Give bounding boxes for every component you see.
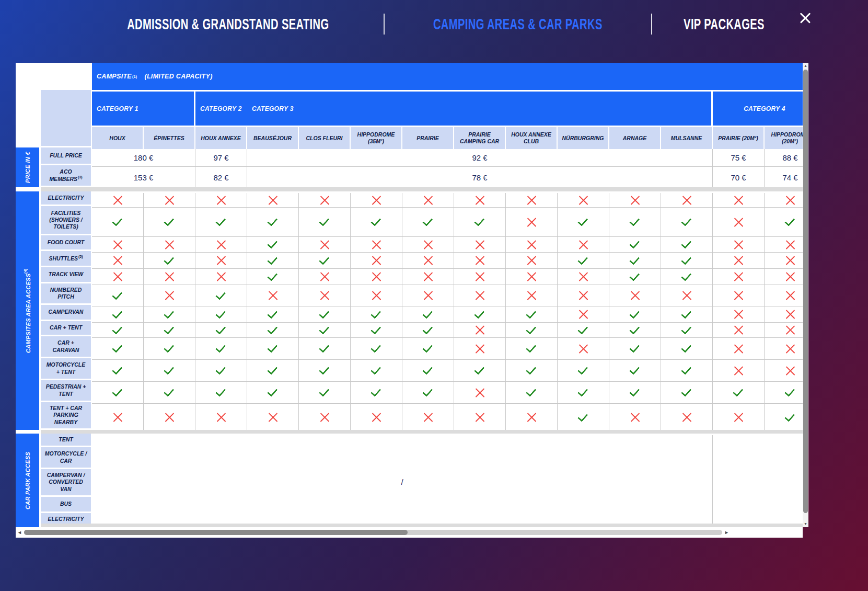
cross-icon	[164, 290, 175, 301]
tab-camping-areas-car-parks[interactable]: CAMPING AREAS & CAR PARKS	[433, 15, 603, 33]
table-row	[92, 193, 803, 208]
cross-icon	[578, 290, 589, 301]
access-cell	[92, 193, 144, 208]
close-icon[interactable]	[798, 10, 813, 25]
check-icon	[164, 308, 174, 319]
access-cell	[454, 306, 506, 323]
cross-icon	[371, 195, 382, 206]
cross-icon	[526, 290, 537, 301]
tab-admission-grandstand-seating[interactable]: ADMISSION & GRANDSTAND SEATING	[127, 15, 329, 33]
access-cell	[609, 285, 661, 306]
access-cell	[661, 269, 713, 285]
scroll-left-icon[interactable]: ◄	[17, 529, 22, 536]
row-label: TENT	[41, 434, 92, 447]
vertical-scrollbar-thumb[interactable]	[803, 70, 808, 513]
check-icon	[164, 342, 174, 353]
cross-icon	[733, 239, 744, 250]
scroll-up-icon[interactable]: ▲	[803, 63, 808, 69]
check-icon	[371, 308, 381, 319]
check-icon	[267, 324, 277, 335]
check-icon	[681, 342, 691, 353]
table-row	[92, 306, 803, 323]
check-icon	[267, 308, 277, 319]
row-label: SHUTTLES(5)	[41, 251, 92, 267]
access-cell	[506, 338, 558, 360]
tab-vip-packages[interactable]: VIP PACKAGES	[684, 15, 765, 33]
horizontal-scrollbar-thumb[interactable]	[24, 530, 408, 535]
tab-divider	[651, 14, 652, 35]
column-header: HIPPODROME (20M²)	[765, 127, 803, 149]
access-cell	[661, 253, 713, 269]
access-cell	[247, 323, 299, 338]
access-cell	[195, 382, 247, 404]
side-label-campsites-access: CAMPSITES AREA ACCESS(4)	[16, 191, 39, 430]
access-cell	[765, 338, 803, 360]
access-cell	[454, 338, 506, 360]
check-icon	[784, 386, 795, 397]
vertical-scrollbar[interactable]: ▲ ▼	[803, 63, 808, 527]
cross-icon	[216, 412, 227, 423]
column-header: CLOS FLEURI	[299, 127, 351, 149]
access-cell	[351, 208, 402, 237]
row-label-column: FULL PRICEACO MEMBERS(3)ELECTRICITYFACIL…	[41, 90, 92, 527]
access-cell	[144, 285, 195, 306]
access-cell	[558, 360, 609, 382]
table-scroll-viewport[interactable]: CAMPSITE(1) (LIMITED CAPACITY) CATEGORY …	[92, 63, 803, 527]
access-cell	[402, 208, 454, 237]
side-label-campsites-text: CAMPSITES AREA ACCESS(4)	[24, 268, 31, 353]
check-icon	[319, 215, 329, 226]
access-cell	[144, 269, 195, 285]
access-cell	[506, 253, 558, 269]
access-cell	[661, 360, 713, 382]
access-cell	[299, 360, 351, 382]
access-cell	[402, 382, 454, 404]
access-cell	[144, 193, 195, 208]
horizontal-scrollbar[interactable]: ◄ ►	[16, 527, 803, 538]
access-cell	[661, 237, 713, 253]
access-cell	[92, 338, 144, 360]
cross-icon	[268, 195, 279, 206]
access-cell	[506, 237, 558, 253]
access-cell	[195, 338, 247, 360]
access-cell	[351, 323, 402, 338]
check-icon	[267, 238, 277, 249]
access-cell	[765, 360, 803, 382]
access-cell	[247, 269, 299, 285]
row-label: MOTORCYCLE / CAR	[41, 447, 92, 469]
pricing-table: PRICE IN € CAMPSITES AREA ACCESS(4) CAR …	[16, 63, 803, 538]
access-cell	[299, 193, 351, 208]
access-cell	[299, 338, 351, 360]
row-label: NUMBERED PITCH	[41, 283, 92, 305]
access-cell	[558, 237, 609, 253]
access-cell	[144, 253, 195, 269]
access-cell	[351, 404, 402, 431]
column-header: HOUX ANNEXE CLUB	[506, 127, 558, 149]
scroll-right-icon[interactable]: ►	[724, 529, 729, 536]
check-icon	[629, 270, 640, 281]
column-header: ARNAGE	[609, 127, 661, 149]
cross-icon	[630, 195, 641, 206]
check-icon	[319, 254, 329, 265]
column-header: PRAIRIE (20M²)	[713, 127, 765, 149]
side-label-price-text: PRICE IN €	[25, 152, 31, 183]
access-cell	[92, 269, 144, 285]
price-cell: 180 €	[92, 149, 195, 167]
access-cell	[506, 404, 558, 431]
access-cell	[713, 285, 765, 306]
access-cell	[402, 306, 454, 323]
access-cell	[661, 285, 713, 306]
table-row	[92, 269, 803, 285]
cross-icon	[578, 239, 589, 250]
banner-note: (LIMITED CAPACITY)	[144, 73, 212, 80]
check-icon	[681, 254, 691, 265]
access-cell	[558, 382, 609, 404]
access-cell	[609, 306, 661, 323]
check-icon	[164, 364, 174, 375]
check-icon	[526, 364, 536, 375]
access-cell	[558, 404, 609, 431]
price-cell: 88 €	[765, 149, 803, 167]
scroll-down-icon[interactable]: ▼	[803, 521, 808, 527]
check-icon	[267, 364, 277, 375]
check-icon	[784, 411, 795, 422]
check-icon	[422, 324, 433, 335]
